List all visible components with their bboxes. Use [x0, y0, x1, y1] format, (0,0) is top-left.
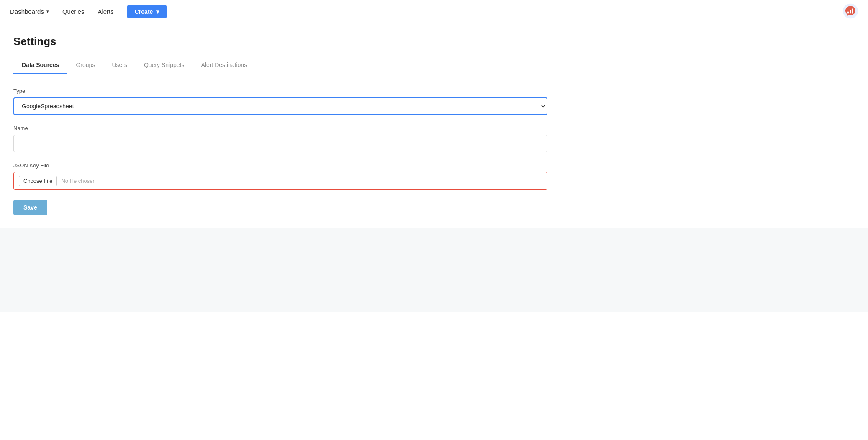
- create-chevron-icon: ▾: [156, 8, 159, 15]
- nav-left: Dashboards ▾ Queries Alerts Create ▾: [10, 5, 167, 18]
- tabs: Data Sources Groups Users Query Snippets…: [13, 56, 855, 74]
- svg-rect-2: [850, 10, 851, 13]
- type-label: Type: [13, 88, 547, 94]
- name-label: Name: [13, 125, 547, 131]
- tab-query-snippets[interactable]: Query Snippets: [136, 56, 193, 74]
- navbar: Dashboards ▾ Queries Alerts Create ▾: [0, 0, 868, 23]
- nav-alerts-label: Alerts: [98, 8, 113, 15]
- form-container: Type GoogleSpreadsheetMySQLPostgreSQLBig…: [0, 74, 561, 228]
- chevron-down-icon: ▾: [46, 9, 49, 14]
- file-input-wrapper: Choose File No file chosen: [13, 172, 547, 190]
- tab-users[interactable]: Users: [103, 56, 136, 74]
- save-button[interactable]: Save: [13, 200, 47, 215]
- tab-data-sources[interactable]: Data Sources: [13, 56, 67, 74]
- create-label: Create: [135, 8, 153, 15]
- nav-queries[interactable]: Queries: [62, 8, 85, 15]
- nav-alerts[interactable]: Alerts: [98, 8, 113, 15]
- nav-dashboards-label: Dashboards: [10, 8, 44, 15]
- svg-rect-3: [852, 8, 853, 13]
- main-container: Settings Data Sources Groups Users Query…: [0, 23, 868, 440]
- name-input[interactable]: [13, 135, 547, 152]
- page-header: Settings Data Sources Groups Users Query…: [0, 23, 868, 74]
- app-logo-icon: [843, 3, 858, 18]
- nav-dashboards[interactable]: Dashboards ▾: [10, 8, 49, 15]
- name-field-group: Name: [13, 125, 547, 152]
- json-key-field-group: JSON Key File Choose File No file chosen: [13, 162, 547, 190]
- tab-groups[interactable]: Groups: [67, 56, 103, 74]
- type-select[interactable]: GoogleSpreadsheetMySQLPostgreSQLBigQuery…: [13, 97, 547, 115]
- json-key-label: JSON Key File: [13, 162, 547, 169]
- file-name-display: No file chosen: [61, 178, 95, 184]
- choose-file-button[interactable]: Choose File: [19, 176, 57, 186]
- create-button[interactable]: Create ▾: [127, 5, 167, 18]
- svg-rect-1: [847, 11, 849, 13]
- page-title: Settings: [13, 35, 855, 48]
- type-field-group: Type GoogleSpreadsheetMySQLPostgreSQLBig…: [13, 88, 547, 115]
- nav-logo: [843, 3, 858, 20]
- gray-bottom-section: [0, 228, 868, 312]
- nav-queries-label: Queries: [62, 8, 85, 15]
- tab-alert-destinations[interactable]: Alert Destinations: [193, 56, 255, 74]
